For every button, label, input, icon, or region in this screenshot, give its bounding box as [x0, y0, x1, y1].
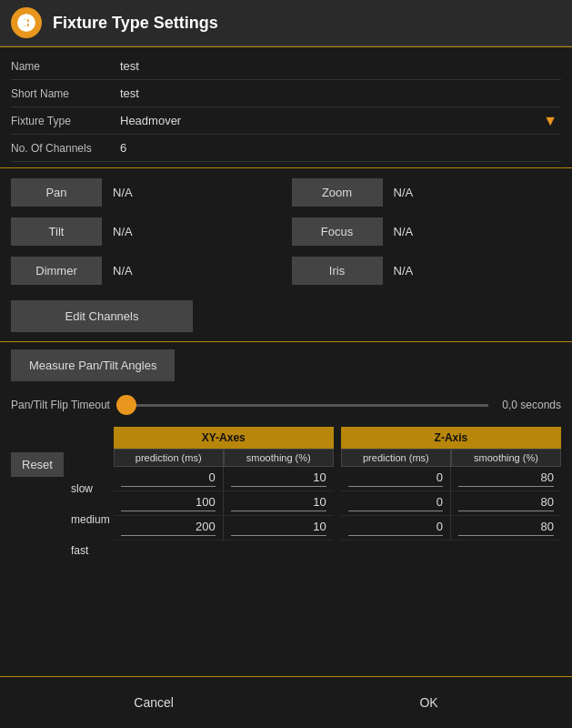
xy-medium-prediction: 100 [196, 495, 216, 509]
slider-track [119, 404, 488, 407]
xy-slow-prediction-cell: 0 [114, 467, 224, 490]
logo-icon [16, 13, 36, 33]
name-input[interactable] [120, 59, 561, 73]
z-fast-prediction-line [348, 535, 443, 536]
footer: Cancel OK [0, 676, 572, 728]
xy-row-slow: 0 10 [114, 467, 334, 491]
row-label-fast: fast [71, 535, 110, 566]
z-medium-smoothing-cell: 80 [451, 491, 561, 515]
xy-medium-smoothing-cell: 10 [224, 491, 334, 515]
channel-row-focus: Focus N/A [292, 215, 562, 248]
iris-value: N/A [388, 264, 414, 278]
xy-fast-smoothing: 10 [313, 520, 326, 533]
xy-fast-smoothing-cell: 10 [224, 516, 334, 540]
xy-medium-prediction-line [121, 511, 216, 511]
pan-value: N/A [107, 186, 133, 199]
fixture-type-label: Fixture Type [11, 115, 120, 127]
reset-column: Reset [11, 427, 64, 477]
fixture-type-row: Fixture Type Headmover ▼ [11, 107, 561, 135]
channel-row-pan: Pan N/A [11, 176, 281, 209]
measure-section: Measure Pan/Tilt Angles [0, 342, 572, 389]
pan-button[interactable]: Pan [11, 178, 102, 207]
xy-slow-prediction-line [121, 486, 216, 487]
z-subheaders: prediction (ms) smoothing (%) [341, 449, 561, 467]
z-slow-prediction-cell: 0 [341, 467, 451, 490]
z-data-rows: 0 80 0 80 [341, 467, 561, 541]
z-row-medium: 0 80 [341, 491, 561, 516]
channels-count-input[interactable] [120, 141, 561, 155]
channels-section: Pan N/A Zoom N/A Tilt N/A Focus N/A Dimm… [0, 168, 572, 295]
slider-label: Pan/Tilt Flip Timeout [11, 399, 110, 411]
z-medium-smoothing: 80 [541, 495, 554, 509]
xy-fast-prediction: 200 [196, 520, 216, 533]
xy-smoothing-header: smoothing (%) [224, 449, 334, 467]
xy-data-rows: 0 10 100 10 [114, 467, 334, 541]
page-title: Fixture Type Settings [53, 14, 218, 33]
short-name-input[interactable] [120, 86, 561, 100]
xy-axes-header: XY-Axes [114, 427, 334, 449]
iris-button[interactable]: Iris [292, 257, 383, 285]
short-name-row: Short Name [11, 80, 561, 107]
z-fast-smoothing-line [458, 535, 554, 536]
xy-fast-smoothing-line [231, 535, 326, 536]
form-section: Name Short Name Fixture Type Headmover ▼… [0, 47, 572, 167]
z-medium-smoothing-line [458, 511, 554, 511]
reset-button[interactable]: Reset [11, 452, 64, 477]
z-smoothing-header: smoothing (%) [451, 449, 561, 467]
short-name-label: Short Name [11, 87, 120, 100]
z-slow-smoothing-cell: 80 [451, 467, 561, 490]
z-slow-prediction: 0 [437, 470, 443, 484]
z-fast-prediction-cell: 0 [341, 516, 451, 540]
z-axis-header: Z-Axis [341, 427, 561, 449]
slider-value: 0,0 seconds [497, 399, 561, 411]
tilt-button[interactable]: Tilt [11, 217, 102, 246]
slider-row: Pan/Tilt Flip Timeout 0,0 seconds [0, 389, 572, 421]
xy-row-fast: 200 10 [114, 516, 334, 541]
ok-button[interactable]: OK [383, 688, 474, 717]
xy-medium-prediction-cell: 100 [114, 491, 224, 515]
edit-channels-section: Edit Channels [0, 295, 572, 341]
z-fast-smoothing: 80 [541, 520, 554, 533]
xy-slow-smoothing-cell: 10 [224, 467, 334, 490]
app-logo [11, 7, 42, 38]
xy-slow-prediction: 0 [209, 470, 216, 484]
z-fast-smoothing-cell: 80 [451, 516, 561, 540]
z-row-fast: 0 80 [341, 516, 561, 541]
channels-count-label: No. Of Channels [11, 142, 120, 155]
z-fast-prediction: 0 [437, 520, 443, 533]
focus-button[interactable]: Focus [292, 217, 383, 246]
xy-medium-smoothing-line [231, 511, 326, 511]
tilt-value: N/A [107, 225, 133, 238]
xy-slow-smoothing: 10 [313, 470, 326, 484]
edit-channels-button[interactable]: Edit Channels [11, 300, 193, 332]
channel-row-tilt: Tilt N/A [11, 215, 281, 248]
xy-subheaders: prediction (ms) smoothing (%) [114, 449, 334, 467]
slider-thumb[interactable] [116, 395, 136, 415]
dimmer-value: N/A [107, 264, 133, 278]
slider-container [119, 396, 488, 414]
name-row: Name [11, 53, 561, 80]
z-slow-smoothing-line [458, 486, 554, 487]
zoom-button[interactable]: Zoom [292, 178, 383, 207]
channel-row-dimmer: Dimmer N/A [11, 254, 281, 288]
channels-count-row: No. Of Channels [11, 135, 561, 162]
z-slow-prediction-line [348, 486, 443, 487]
fixture-type-select[interactable]: Headmover [120, 114, 561, 127]
zoom-value: N/A [388, 186, 414, 199]
xy-prediction-header: prediction (ms) [114, 449, 224, 467]
xy-fast-prediction-cell: 200 [114, 516, 224, 540]
axes-section: Reset slow medium fast XY-Axes predictio… [0, 421, 572, 571]
xy-axes-block: XY-Axes prediction (ms) smoothing (%) 0 … [114, 427, 334, 541]
measure-button[interactable]: Measure Pan/Tilt Angles [11, 349, 175, 381]
dimmer-button[interactable]: Dimmer [11, 257, 102, 285]
header: Fixture Type Settings [0, 0, 572, 46]
channel-row-iris: Iris N/A [292, 254, 562, 288]
cancel-button[interactable]: Cancel [97, 688, 210, 717]
z-axis-block: Z-Axis prediction (ms) smoothing (%) 0 8… [341, 427, 561, 541]
row-label-slow: slow [71, 473, 110, 504]
z-slow-smoothing: 80 [541, 470, 554, 484]
xy-row-medium: 100 10 [114, 491, 334, 516]
z-medium-prediction-line [348, 511, 443, 511]
xy-medium-smoothing: 10 [313, 495, 326, 509]
xy-fast-prediction-line [121, 535, 216, 536]
